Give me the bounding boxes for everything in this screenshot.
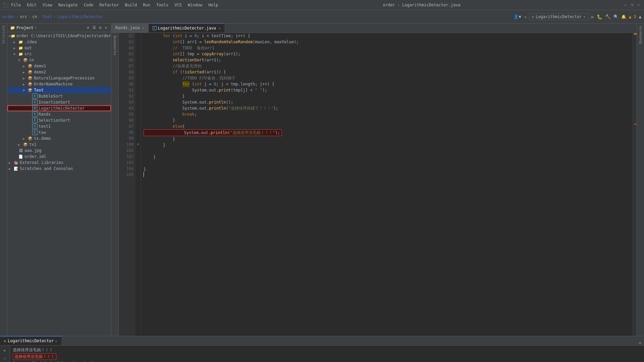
tab-bar: Rands.java✕CLogarithmicDetector.java✕ [111, 23, 637, 33]
run-tab-close[interactable]: ✕ [55, 339, 57, 343]
close-button[interactable]: ✕ [636, 2, 641, 8]
menu-item-navigate[interactable]: Navigate [56, 2, 80, 8]
code-line [144, 160, 629, 166]
debug-button[interactable]: 🐛 [597, 14, 602, 19]
tree-item[interactable]: ▼📁order C:\Users\17331\IdeaProjects\orde… [7, 33, 111, 39]
menu-item-tools[interactable]: Tools [154, 2, 171, 8]
tree-item-label: demo1 [34, 64, 46, 68]
tree-item[interactable]: 🖼aaa.jpg [7, 147, 111, 154]
breadcrumb-item-class[interactable]: LogarithmicDetector [57, 14, 103, 19]
fold-marker [136, 117, 141, 123]
tree-item-icon: C [32, 106, 38, 111]
tree-item[interactable]: CInsertionSort [7, 99, 111, 105]
tree-item[interactable]: ▶📦tx1 [7, 141, 111, 147]
breadcrumb-item-order[interactable]: order [3, 14, 15, 19]
menu-item-run[interactable]: Run [140, 2, 153, 8]
minimize-button[interactable]: — [623, 2, 628, 8]
tree-item[interactable]: ▶📦NaturalLanguageProcession [7, 75, 111, 81]
fold-marker[interactable]: ▼ [136, 141, 141, 147]
bookmarks-label[interactable]: Bookmarks [112, 33, 118, 58]
output-line: Process finished with exit code 0 [13, 360, 641, 362]
tree-item[interactable]: CRands [7, 111, 111, 117]
collapse-icon[interactable]: ☰ [91, 25, 97, 31]
app-icon: ⬛ [3, 2, 8, 8]
tab-close-button[interactable]: ✕ [142, 26, 144, 30]
locate-icon[interactable]: ⊙ [86, 25, 91, 31]
menu-item-window[interactable]: Window [185, 2, 205, 8]
tree-item[interactable]: ▶📦OrderNameMachine [7, 81, 111, 87]
fold-marker [136, 69, 141, 75]
tree-item[interactable]: ▶📦tx.demo [7, 135, 111, 141]
notifications-button[interactable]: 🔔 [621, 14, 626, 19]
menu-item-refactor[interactable]: Refactor [97, 2, 121, 8]
run-tab[interactable]: ▶ LogarithmicDetector ✕ [0, 336, 61, 345]
tree-item[interactable]: ▶📁out [7, 45, 111, 51]
tree-item[interactable]: ▼📁src [7, 51, 111, 57]
code-editor[interactable]: for (int i = 0; i < testTime; i++) { int… [141, 33, 632, 336]
line-number: 85 [121, 51, 133, 57]
tree-item[interactable]: ▼📦Text [7, 87, 111, 93]
tree-item[interactable]: Ctext1 [7, 123, 111, 129]
editor-tab[interactable]: CLogarithmicDetector.java✕ [149, 23, 225, 33]
stop-button[interactable]: ↑ [2, 355, 8, 362]
tree-item-label: External Libraries [20, 160, 63, 165]
run-output: 选择排序没毛病！！！选择排序没毛病！！！Process finished wit… [10, 346, 644, 362]
tree-item[interactable]: 📄order.iml [7, 154, 111, 160]
tree-item-label: tx.demo [34, 136, 51, 141]
code-line: else{ [144, 123, 629, 129]
rerun-button[interactable]: ▶ [2, 347, 8, 354]
tree-item[interactable]: ▼📦cn [7, 57, 111, 63]
tree-item[interactable]: ▶📁.idea [7, 39, 111, 45]
tree-item-label: src [24, 52, 32, 56]
menu-item-view[interactable]: View [40, 2, 55, 8]
tree-item-label: InsertionSort [39, 100, 70, 105]
line-number: 87 [121, 63, 133, 69]
menu-item-edit[interactable]: Edit [24, 2, 39, 8]
tree-item-icon: C [32, 94, 38, 99]
tree-item[interactable]: CBubbleSort [7, 93, 111, 99]
menu-item-file[interactable]: File [8, 2, 23, 8]
maximize-button[interactable]: ❐ [629, 2, 635, 8]
tree-item[interactable]: ▶📦demo1 [7, 63, 111, 69]
settings-run-icon[interactable]: ⚙ [639, 341, 641, 345]
search-button[interactable]: 🔍 [613, 14, 619, 19]
tree-item[interactable]: ▶📚External Libraries [7, 160, 111, 166]
tree-arrow: ▶ [23, 137, 28, 140]
breadcrumb-item-cn[interactable]: cn [32, 14, 37, 19]
fold-marker [136, 87, 141, 93]
breadcrumb-item-text[interactable]: Text [42, 14, 52, 19]
structure-panel-label[interactable]: Structure [1, 23, 6, 46]
profile-icon[interactable]: 👤▼ [514, 14, 521, 19]
code-line: } [144, 93, 629, 99]
bookmarks-panel-toggle[interactable]: Bookmarks [638, 23, 643, 46]
menu-item-build[interactable]: Build [122, 2, 140, 8]
project-icon: 📁 [10, 25, 15, 30]
menu-item-vcs[interactable]: VCS [172, 2, 184, 8]
code-line: System.out.println("选择排序排错了！！！"); [144, 105, 629, 111]
menu-item-help[interactable]: Help [206, 2, 221, 8]
code-line: for (int j = 0; j < tmp.length; j++) { [144, 81, 629, 87]
tree-arrow: ▼ [13, 52, 18, 56]
back-icon[interactable]: ◀ [524, 14, 526, 19]
right-side-panels: Bookmarks [637, 23, 644, 336]
run-button[interactable]: ▶ [591, 14, 594, 19]
run-configuration[interactable]: ▶ LogarithmicDetector ▾ [529, 13, 589, 20]
line-number: 83 [121, 39, 133, 45]
tree-item[interactable]: Ctsw [7, 129, 111, 135]
tree-item-icon: 📦 [28, 87, 33, 93]
tree-item[interactable]: ▶📝Scratches and Consoles [7, 166, 111, 172]
close-sidebar-icon[interactable]: ✕ [103, 25, 108, 31]
chevron-up-icon[interactable]: ▲ [639, 14, 641, 19]
fold-marker [136, 123, 141, 129]
menu-item-code[interactable]: Code [81, 2, 96, 8]
editor-tab[interactable]: Rands.java✕ [111, 23, 149, 33]
tree-item[interactable]: ▶📦demo2 [7, 69, 111, 75]
highlighted-code-box: System.out.println("选择排序没毛病！！！"); [144, 129, 282, 136]
settings-icon[interactable]: ⚙ [98, 25, 103, 31]
tree-item[interactable]: CSelectionSort [7, 117, 111, 123]
build-button[interactable]: 🔨 [605, 14, 611, 19]
tab-close-button[interactable]: ✕ [219, 26, 221, 30]
tree-item[interactable]: CLogarithmicDetector [7, 105, 111, 111]
breadcrumb-item-src[interactable]: src [20, 14, 27, 19]
code-line: System.out.println(); [144, 99, 629, 105]
